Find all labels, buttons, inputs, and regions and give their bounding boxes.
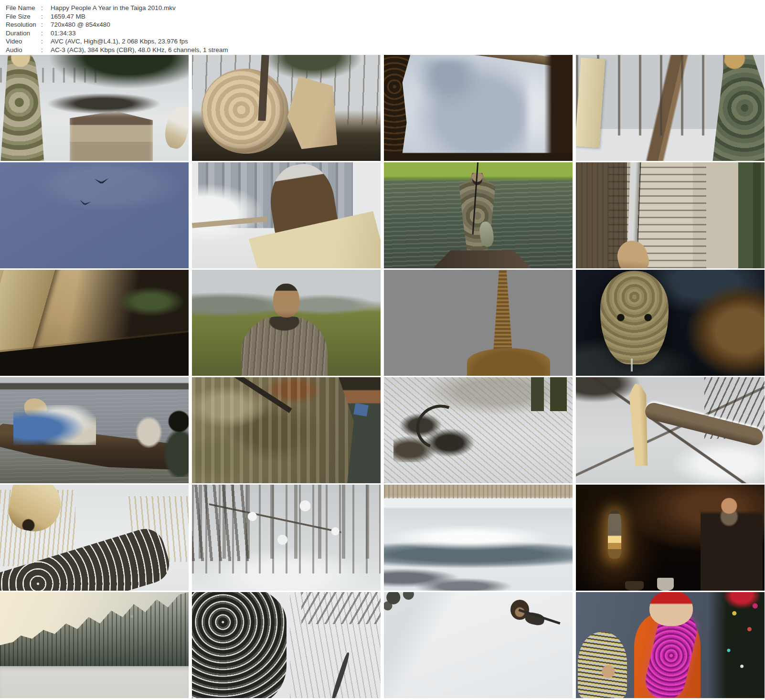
video-value: AVC (AVC, High@L4.1), 2 068 Kbps, 23.976… — [51, 38, 188, 45]
duration-value: 01:34:33 — [51, 30, 76, 37]
separator: : — [41, 21, 46, 29]
thumb-sled-parts-snow — [384, 377, 573, 483]
separator: : — [41, 12, 46, 21]
thumb-sawing-planks — [576, 55, 765, 161]
separator: : — [41, 4, 46, 12]
thumb-snowy-forest-trap — [192, 485, 381, 591]
thumb-hunter-camo-dog-kennel — [0, 55, 189, 161]
thumb-snowy-trunk-closeup — [192, 592, 381, 698]
resolution-value: 720x480 @ 854x480 — [51, 21, 110, 28]
file-size-label: File Size — [6, 12, 41, 21]
resolution-label: Resolution — [6, 21, 41, 29]
thumb-beams-closeup — [0, 270, 189, 376]
separator: : — [41, 37, 46, 46]
thumb-ducks-in-sky — [0, 162, 189, 268]
file-info-header: File Name:Happy People A Year in the Tai… — [0, 0, 765, 54]
audio-row: Audio:AC-3 (AC3), 384 Kbps (CBR), 48.0 K… — [6, 46, 765, 54]
thumb-snare-stake — [576, 377, 765, 483]
thumb-chopping-trunk — [192, 377, 381, 483]
separator: : — [41, 29, 46, 38]
file-size-value: 1659.47 MB — [51, 13, 85, 20]
thumb-new-year-children — [576, 592, 765, 698]
thumb-dog-sniffing-log — [0, 485, 189, 591]
duration-label: Duration — [6, 29, 41, 38]
video-row: Video:AVC (AVC, High@L4.1), 2 068 Kbps, … — [6, 37, 765, 46]
audio-label: Audio — [6, 46, 41, 54]
thumb-fish-underwater — [576, 270, 765, 376]
thumb-loaded-boat-dogs — [0, 377, 189, 483]
audio-value: AC-3 (AC3), 384 Kbps (CBR), 48.0 KHz, 6 … — [51, 46, 228, 53]
thumbnail-grid — [0, 55, 765, 698]
resolution-row: Resolution:720x480 @ 854x480 — [6, 21, 765, 29]
thumb-ice-window — [384, 55, 573, 161]
thumb-pouring-grain — [384, 270, 573, 376]
file-name-value: Happy People A Year in the Taiga 2010.mk… — [51, 4, 176, 11]
thumb-frozen-river-steam — [384, 485, 573, 591]
thumb-hunter-in-snowpit — [384, 592, 573, 698]
video-label: Video — [6, 37, 41, 46]
file-name-row: File Name:Happy People A Year in the Tai… — [6, 4, 765, 12]
file-name-label: File Name — [6, 4, 41, 12]
thumb-log-splitting — [192, 55, 381, 161]
thumb-fisherman-boat — [384, 162, 573, 268]
duration-row: Duration:01:34:33 — [6, 29, 765, 38]
separator: : — [41, 46, 46, 54]
file-size-row: File Size:1659.47 MB — [6, 12, 765, 21]
thumb-snowmobile-dusk — [0, 592, 189, 698]
thumb-birch-trunk-saw — [576, 162, 765, 268]
thumb-portrait-field — [192, 270, 381, 376]
thumb-carving-canoe — [192, 162, 381, 268]
thumb-cabin-lamp-man — [576, 485, 765, 591]
